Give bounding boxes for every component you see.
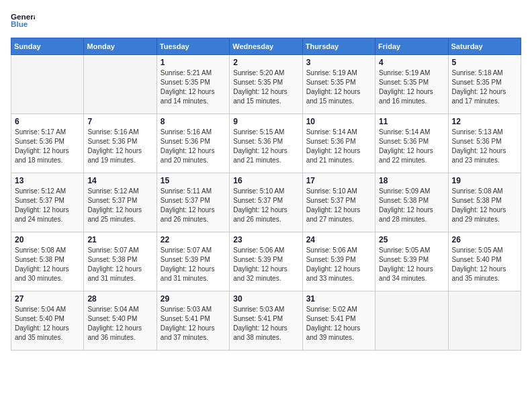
day-info: Sunrise: 5:09 AMSunset: 5:38 PMDaylight:… [379, 187, 444, 224]
logo-icon: General Blue [11, 11, 35, 30]
calendar-cell: 20Sunrise: 5:08 AMSunset: 5:38 PMDayligh… [11, 232, 84, 291]
day-number: 25 [379, 235, 444, 244]
day-number: 9 [233, 117, 298, 126]
calendar-cell [84, 55, 157, 114]
day-number: 6 [15, 117, 80, 126]
day-number: 7 [87, 117, 152, 126]
day-number: 26 [452, 235, 517, 244]
calendar-cell: 2Sunrise: 5:20 AMSunset: 5:35 PMDaylight… [230, 55, 302, 114]
calendar-cell: 7Sunrise: 5:16 AMSunset: 5:36 PMDaylight… [84, 114, 157, 173]
day-number: 3 [306, 58, 371, 67]
day-info: Sunrise: 5:17 AMSunset: 5:36 PMDaylight:… [15, 128, 80, 165]
day-info: Sunrise: 5:11 AMSunset: 5:37 PMDaylight:… [161, 187, 226, 224]
calendar-cell: 5Sunrise: 5:18 AMSunset: 5:35 PMDaylight… [448, 55, 521, 114]
day-info: Sunrise: 5:08 AMSunset: 5:38 PMDaylight:… [15, 246, 80, 283]
weekday-header-thursday: Thursday [302, 38, 375, 55]
day-number: 22 [161, 235, 226, 244]
calendar-week-row: 20Sunrise: 5:08 AMSunset: 5:38 PMDayligh… [11, 232, 521, 291]
day-info: Sunrise: 5:02 AMSunset: 5:41 PMDaylight:… [306, 305, 371, 342]
calendar-cell: 1Sunrise: 5:21 AMSunset: 5:35 PMDaylight… [157, 55, 229, 114]
day-number: 1 [161, 58, 226, 67]
day-info: Sunrise: 5:06 AMSunset: 5:39 PMDaylight:… [306, 246, 371, 283]
day-number: 21 [87, 235, 152, 244]
day-info: Sunrise: 5:04 AMSunset: 5:40 PMDaylight:… [15, 305, 80, 342]
day-info: Sunrise: 5:03 AMSunset: 5:41 PMDaylight:… [161, 305, 226, 342]
calendar-cell: 14Sunrise: 5:12 AMSunset: 5:37 PMDayligh… [84, 173, 157, 232]
calendar-cell: 12Sunrise: 5:13 AMSunset: 5:36 PMDayligh… [448, 114, 521, 173]
weekday-header-tuesday: Tuesday [157, 38, 229, 55]
calendar-cell [375, 291, 448, 351]
calendar-cell: 4Sunrise: 5:19 AMSunset: 5:35 PMDaylight… [375, 55, 448, 114]
calendar-cell: 22Sunrise: 5:07 AMSunset: 5:39 PMDayligh… [157, 232, 229, 291]
weekday-header-friday: Friday [375, 38, 448, 55]
day-info: Sunrise: 5:07 AMSunset: 5:38 PMDaylight:… [87, 246, 152, 283]
day-number: 5 [452, 58, 517, 67]
day-info: Sunrise: 5:06 AMSunset: 5:39 PMDaylight:… [233, 246, 298, 283]
calendar-cell: 29Sunrise: 5:03 AMSunset: 5:41 PMDayligh… [157, 291, 229, 351]
day-info: Sunrise: 5:10 AMSunset: 5:37 PMDaylight:… [233, 187, 298, 224]
calendar-week-row: 6Sunrise: 5:17 AMSunset: 5:36 PMDaylight… [11, 114, 521, 173]
day-number: 29 [161, 294, 226, 304]
calendar-cell: 19Sunrise: 5:08 AMSunset: 5:38 PMDayligh… [448, 173, 521, 232]
weekday-header-sunday: Sunday [11, 38, 84, 55]
calendar-cell: 21Sunrise: 5:07 AMSunset: 5:38 PMDayligh… [84, 232, 157, 291]
calendar-week-row: 13Sunrise: 5:12 AMSunset: 5:37 PMDayligh… [11, 173, 521, 232]
calendar-cell: 26Sunrise: 5:05 AMSunset: 5:40 PMDayligh… [448, 232, 521, 291]
calendar-week-row: 27Sunrise: 5:04 AMSunset: 5:40 PMDayligh… [11, 291, 521, 351]
day-number: 23 [233, 235, 298, 244]
calendar-table: SundayMondayTuesdayWednesdayThursdayFrid… [11, 38, 521, 351]
day-info: Sunrise: 5:08 AMSunset: 5:38 PMDaylight:… [452, 187, 517, 224]
day-number: 4 [379, 58, 444, 67]
calendar-cell: 10Sunrise: 5:14 AMSunset: 5:36 PMDayligh… [302, 114, 375, 173]
day-number: 10 [306, 117, 371, 126]
calendar-cell: 24Sunrise: 5:06 AMSunset: 5:39 PMDayligh… [302, 232, 375, 291]
day-info: Sunrise: 5:10 AMSunset: 5:37 PMDaylight:… [306, 187, 371, 224]
day-number: 24 [306, 235, 371, 244]
calendar-cell: 9Sunrise: 5:15 AMSunset: 5:36 PMDaylight… [230, 114, 302, 173]
day-info: Sunrise: 5:07 AMSunset: 5:39 PMDaylight:… [161, 246, 226, 283]
day-number: 30 [233, 294, 298, 304]
day-info: Sunrise: 5:04 AMSunset: 5:40 PMDaylight:… [87, 305, 152, 342]
day-info: Sunrise: 5:20 AMSunset: 5:35 PMDaylight:… [233, 68, 298, 106]
day-number: 14 [87, 176, 152, 185]
day-number: 2 [233, 58, 298, 67]
day-number: 8 [161, 117, 226, 126]
day-info: Sunrise: 5:12 AMSunset: 5:37 PMDaylight:… [15, 187, 80, 224]
svg-text:Blue: Blue [11, 19, 28, 28]
calendar-cell: 23Sunrise: 5:06 AMSunset: 5:39 PMDayligh… [230, 232, 302, 291]
calendar-cell: 15Sunrise: 5:11 AMSunset: 5:37 PMDayligh… [157, 173, 229, 232]
day-info: Sunrise: 5:19 AMSunset: 5:35 PMDaylight:… [379, 68, 444, 106]
calendar-week-row: 1Sunrise: 5:21 AMSunset: 5:35 PMDaylight… [11, 55, 521, 114]
day-number: 12 [452, 117, 517, 126]
calendar-cell: 31Sunrise: 5:02 AMSunset: 5:41 PMDayligh… [302, 291, 375, 351]
calendar-cell [448, 291, 521, 351]
calendar-cell: 13Sunrise: 5:12 AMSunset: 5:37 PMDayligh… [11, 173, 84, 232]
day-info: Sunrise: 5:12 AMSunset: 5:37 PMDaylight:… [87, 187, 152, 224]
day-number: 16 [233, 176, 298, 185]
day-number: 20 [15, 235, 80, 244]
day-number: 13 [15, 176, 80, 185]
calendar-cell: 8Sunrise: 5:16 AMSunset: 5:36 PMDaylight… [157, 114, 229, 173]
day-info: Sunrise: 5:05 AMSunset: 5:40 PMDaylight:… [452, 246, 517, 283]
page-header: General Blue [11, 11, 521, 30]
weekday-header-monday: Monday [84, 38, 157, 55]
calendar-cell: 11Sunrise: 5:14 AMSunset: 5:36 PMDayligh… [375, 114, 448, 173]
day-info: Sunrise: 5:18 AMSunset: 5:35 PMDaylight:… [452, 68, 517, 106]
calendar-cell: 30Sunrise: 5:03 AMSunset: 5:41 PMDayligh… [230, 291, 302, 351]
calendar-cell: 16Sunrise: 5:10 AMSunset: 5:37 PMDayligh… [230, 173, 302, 232]
day-info: Sunrise: 5:13 AMSunset: 5:36 PMDaylight:… [452, 128, 517, 165]
day-info: Sunrise: 5:15 AMSunset: 5:36 PMDaylight:… [233, 128, 298, 165]
day-number: 28 [87, 294, 152, 304]
day-number: 31 [306, 294, 371, 304]
day-info: Sunrise: 5:16 AMSunset: 5:36 PMDaylight:… [87, 128, 152, 165]
calendar-cell: 28Sunrise: 5:04 AMSunset: 5:40 PMDayligh… [84, 291, 157, 351]
calendar-cell: 17Sunrise: 5:10 AMSunset: 5:37 PMDayligh… [302, 173, 375, 232]
calendar-cell: 3Sunrise: 5:19 AMSunset: 5:35 PMDaylight… [302, 55, 375, 114]
day-info: Sunrise: 5:16 AMSunset: 5:36 PMDaylight:… [161, 128, 226, 165]
day-number: 18 [379, 176, 444, 185]
day-number: 15 [161, 176, 226, 185]
day-info: Sunrise: 5:05 AMSunset: 5:39 PMDaylight:… [379, 246, 444, 283]
calendar-cell: 25Sunrise: 5:05 AMSunset: 5:39 PMDayligh… [375, 232, 448, 291]
day-number: 11 [379, 117, 444, 126]
weekday-header-wednesday: Wednesday [230, 38, 302, 55]
